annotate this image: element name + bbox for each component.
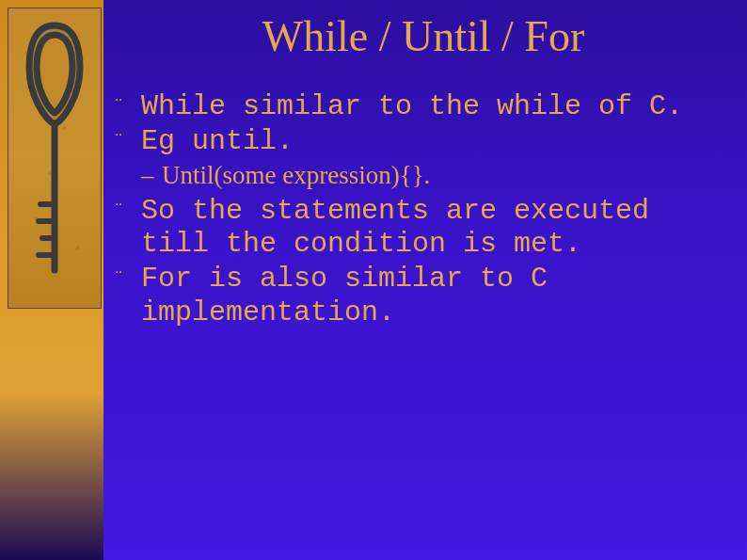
diamond-bullet-icon: ¨ xyxy=(113,268,124,291)
key-image xyxy=(8,8,102,309)
slide-title: While / Until / For xyxy=(113,11,734,61)
dash-bullet-icon: – xyxy=(141,161,154,191)
diamond-bullet-icon: ¨ xyxy=(113,131,124,153)
bullet-text: Eg until. xyxy=(141,125,294,157)
bullet-item: ¨ While similar to the while of C. xyxy=(113,90,734,123)
bullet-item: ¨ So the statements are executed till th… xyxy=(113,195,734,262)
bullet-item: ¨ For is also similar to C implementatio… xyxy=(113,263,734,329)
bullet-text: For is also similar to C implementation. xyxy=(141,263,548,328)
diamond-bullet-icon: ¨ xyxy=(113,200,124,223)
key-icon xyxy=(22,16,87,298)
bullet-item: ¨ Eg until. xyxy=(113,125,734,158)
slide: While / Until / For ¨ While similar to t… xyxy=(0,0,747,560)
sub-bullet-text: Until(some expression){}. xyxy=(162,161,430,189)
slide-body: ¨ While similar to the while of C. ¨ Eg … xyxy=(113,90,734,331)
sub-bullet-item: – Until(some expression){}. xyxy=(113,161,734,191)
bullet-text: So the statements are executed till the … xyxy=(141,195,649,260)
diamond-bullet-icon: ¨ xyxy=(113,96,124,119)
bullet-text: While similar to the while of C. xyxy=(141,90,683,122)
